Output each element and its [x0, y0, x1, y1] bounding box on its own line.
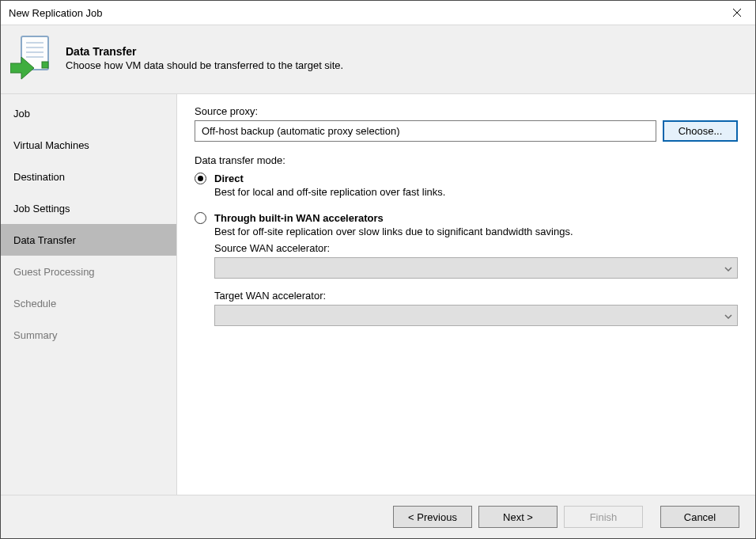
- wizard-body: Job Virtual Machines Destination Job Set…: [1, 94, 755, 495]
- wizard-footer: < Previous Next > Finish Cancel: [1, 495, 755, 538]
- radio-wan[interactable]: [195, 212, 206, 224]
- wizard-sidebar: Job Virtual Machines Destination Job Set…: [1, 94, 177, 495]
- chevron-down-icon: [724, 262, 732, 274]
- window-title: New Replication Job: [9, 7, 719, 19]
- sidebar-item-data-transfer[interactable]: Data Transfer: [1, 224, 176, 256]
- close-icon: [732, 8, 742, 17]
- choose-button[interactable]: Choose...: [663, 120, 738, 142]
- source-proxy-label: Source proxy:: [195, 105, 738, 117]
- svg-rect-7: [42, 62, 48, 68]
- radio-direct-label: Direct: [214, 173, 244, 184]
- radio-wan-label: Through built-in WAN accelerators: [214, 212, 384, 224]
- target-wan-combo[interactable]: [214, 305, 738, 326]
- data-transfer-icon: [10, 33, 51, 82]
- sidebar-item-job[interactable]: Job: [1, 97, 176, 129]
- source-wan-combo[interactable]: [214, 257, 738, 279]
- page-title: Data Transfer: [66, 45, 343, 58]
- radio-direct-desc: Best for local and off-site replication …: [214, 186, 738, 198]
- page-subtitle: Choose how VM data should be transferred…: [66, 59, 343, 71]
- wizard-content: Source proxy: Choose... Data transfer mo…: [177, 94, 755, 495]
- source-proxy-input[interactable]: [195, 120, 656, 142]
- sidebar-item-summary[interactable]: Summary: [1, 319, 176, 351]
- sidebar-item-destination[interactable]: Destination: [1, 161, 176, 192]
- titlebar: New Replication Job: [1, 1, 755, 25]
- data-transfer-mode-label: Data transfer mode:: [195, 154, 738, 166]
- wizard-window: New Replication Job Dat: [0, 0, 756, 539]
- sidebar-item-schedule[interactable]: Schedule: [1, 287, 176, 319]
- sidebar-item-virtual-machines[interactable]: Virtual Machines: [1, 129, 176, 161]
- source-wan-label: Source WAN accelerator:: [214, 242, 738, 254]
- sidebar-item-job-settings[interactable]: Job Settings: [1, 192, 176, 224]
- radio-wan-desc: Best for off-site replication over slow …: [214, 226, 738, 237]
- finish-button: Finish: [564, 506, 643, 528]
- previous-button[interactable]: < Previous: [393, 506, 472, 528]
- chevron-down-icon: [724, 309, 732, 321]
- next-button[interactable]: Next >: [478, 506, 558, 528]
- cancel-button[interactable]: Cancel: [660, 506, 739, 528]
- sidebar-item-guest-processing[interactable]: Guest Processing: [1, 256, 176, 287]
- wizard-header: Data Transfer Choose how VM data should …: [1, 25, 755, 94]
- radio-direct[interactable]: [195, 173, 206, 184]
- target-wan-label: Target WAN accelerator:: [214, 290, 738, 302]
- close-button[interactable]: [719, 1, 755, 25]
